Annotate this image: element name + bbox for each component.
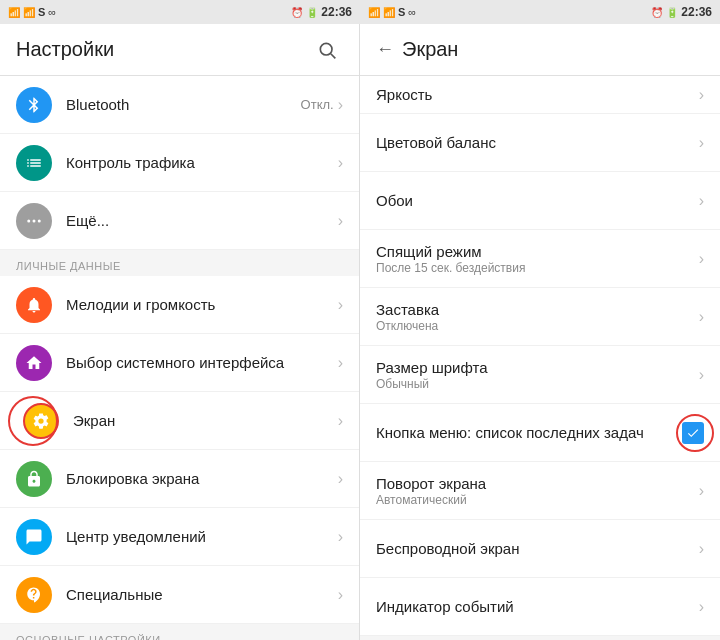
lock-icon (16, 461, 52, 497)
interface-right: › (338, 354, 343, 372)
svg-point-0 (320, 43, 332, 55)
bluetooth-content: Bluetooth (66, 96, 301, 113)
interface-content: Выбор системного интерфейса (66, 354, 338, 371)
settings-item-special[interactable]: Специальные › (0, 566, 359, 624)
notifications-chevron: › (338, 528, 343, 546)
svg-line-1 (331, 53, 336, 58)
traffic-content: Контроль трафика (66, 154, 338, 171)
wireless-chevron: › (699, 540, 704, 558)
special-title: Специальные (66, 586, 338, 603)
settings-item-screen[interactable]: Экран › (0, 392, 359, 450)
wireless-content: Беспроводной экран (376, 540, 699, 557)
settings-item-ringtones[interactable]: Мелодии и громкость › (0, 276, 359, 334)
right-header: ← Экран (360, 24, 720, 76)
sleepmode-chevron: › (699, 250, 704, 268)
screen-title: Экран (73, 412, 338, 429)
special-right: › (338, 586, 343, 604)
settings-item-colorbalance[interactable]: Цветовой баланс › (360, 114, 720, 172)
screensaver-title: Заставка (376, 301, 699, 318)
settings-item-bluetooth[interactable]: Bluetooth Откл. › (0, 76, 359, 134)
settings-item-more[interactable]: Ещё... › (0, 192, 359, 250)
signal-icon-r1: 📶 (368, 7, 380, 18)
notifications-title: Центр уведомлений (66, 528, 338, 545)
settings-item-wireless[interactable]: Беспроводной экран › (360, 520, 720, 578)
battery-icon-right: 🔋 (666, 7, 678, 18)
rotation-content: Поворот экрана Автоматический (376, 475, 699, 507)
signal-icon-2: 📶 (23, 7, 35, 18)
status-bar-left-right: ⏰ 🔋 22:36 (291, 5, 352, 19)
back-arrow-icon: ← (376, 39, 394, 60)
section-personal: ЛИЧНЫЕ ДАННЫЕ (0, 250, 359, 276)
status-bar-right-right: ⏰ 🔋 22:36 (651, 5, 712, 19)
left-panel: Настройки Bluetooth Откл. › (0, 0, 360, 640)
fontsize-chevron: › (699, 366, 704, 384)
bluetooth-icon (16, 87, 52, 123)
settings-item-screensaver[interactable]: Заставка Отключена › (360, 288, 720, 346)
settings-item-traffic[interactable]: Контроль трафика › (0, 134, 359, 192)
wallpaper-title: Обои (376, 192, 699, 209)
left-panel-title: Настройки (16, 38, 114, 61)
infinity-icon-r: ∞ (408, 6, 416, 18)
more-right: › (338, 212, 343, 230)
settings-item-eventindicator[interactable]: Индикатор событий › (360, 578, 720, 636)
right-panel: ← Экран Яркость › Цветовой баланс › Обои… (360, 0, 720, 640)
settings-item-interface[interactable]: Выбор системного интерфейса › (0, 334, 359, 392)
eventindicator-chevron: › (699, 598, 704, 616)
sleepmode-title: Спящий режим (376, 243, 699, 260)
screen-chevron: › (338, 412, 343, 430)
special-chevron: › (338, 586, 343, 604)
fontsize-subtitle: Обычный (376, 377, 699, 391)
alarm-icon: ⏰ (291, 7, 303, 18)
screensaver-subtitle: Отключена (376, 319, 699, 333)
more-icon (16, 203, 52, 239)
screensaver-content: Заставка Отключена (376, 301, 699, 333)
interface-chevron: › (338, 354, 343, 372)
rotation-title: Поворот экрана (376, 475, 699, 492)
wallpaper-chevron: › (699, 192, 704, 210)
alarm-icon-r: ⏰ (651, 7, 663, 18)
interface-icon (16, 345, 52, 381)
status-bar-right-left: 📶 📶 S ∞ (368, 6, 416, 18)
section-basic: ОСНОВНЫЕ НАСТРОЙКИ (0, 624, 359, 640)
settings-item-brightness[interactable]: Яркость › (360, 76, 720, 114)
settings-item-wallpaper[interactable]: Обои › (360, 172, 720, 230)
more-title: Ещё... (66, 212, 338, 229)
left-settings-list: Bluetooth Откл. › Контроль трафика › (0, 76, 359, 640)
svg-point-3 (33, 219, 36, 222)
ringtones-right: › (338, 296, 343, 314)
battery-icon-left: 🔋 (306, 7, 318, 18)
time-right: 22:36 (681, 5, 712, 19)
brightness-chevron: › (699, 86, 704, 104)
bluetooth-chevron: › (338, 96, 343, 114)
settings-item-notifications[interactable]: Центр уведомлений › (0, 508, 359, 566)
rotation-subtitle: Автоматический (376, 493, 699, 507)
notifications-icon (16, 519, 52, 555)
signal-icon-r2: 📶 (383, 7, 395, 18)
bluetooth-status: Откл. (301, 97, 334, 112)
menubutton-checkbox[interactable] (682, 422, 704, 444)
eventindicator-content: Индикатор событий (376, 598, 699, 615)
settings-item-menubutton[interactable]: Кнопка меню: список последних задач (360, 404, 720, 462)
traffic-icon (16, 145, 52, 181)
s-icon: S (38, 6, 45, 18)
settings-item-fontsize[interactable]: Размер шрифта Обычный › (360, 346, 720, 404)
notifications-right: › (338, 528, 343, 546)
lock-content: Блокировка экрана (66, 470, 338, 487)
settings-item-lock[interactable]: Блокировка экрана › (0, 450, 359, 508)
bluetooth-right: Откл. › (301, 96, 343, 114)
search-button[interactable] (311, 34, 343, 66)
menubutton-title: Кнопка меню: список последних задач (376, 424, 682, 441)
screen-icon (23, 403, 59, 439)
back-button[interactable]: ← Экран (376, 38, 458, 61)
special-content: Специальные (66, 586, 338, 603)
screen-right: › (338, 412, 343, 430)
more-content: Ещё... (66, 212, 338, 229)
sleepmode-subtitle: После 15 сек. бездействия (376, 261, 699, 275)
traffic-right: › (338, 154, 343, 172)
wireless-title: Беспроводной экран (376, 540, 699, 557)
ringtones-icon (16, 287, 52, 323)
notifications-content: Центр уведомлений (66, 528, 338, 545)
settings-item-rotation[interactable]: Поворот экрана Автоматический › (360, 462, 720, 520)
screen-content: Экран (73, 412, 338, 429)
settings-item-sleepmode[interactable]: Спящий режим После 15 сек. бездействия › (360, 230, 720, 288)
